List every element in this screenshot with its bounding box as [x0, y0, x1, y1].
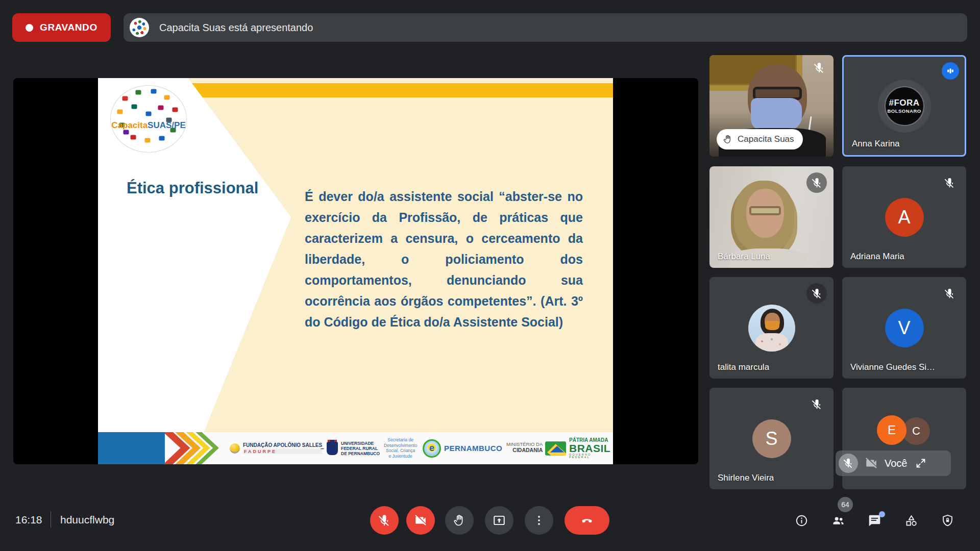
participant-name: Bárbara Luna [718, 252, 770, 262]
participant-tile-self[interactable]: C E Você [842, 388, 966, 489]
activities-icon [904, 514, 918, 528]
present-icon [493, 514, 506, 527]
self-view-controls[interactable]: Você [836, 450, 951, 476]
presenting-text: Capacita Suas está apresentando [159, 22, 313, 34]
participant-tile-vivianne-guedes[interactable]: V Vivianne Guedes Si… [842, 277, 966, 379]
camera-off-icon [865, 457, 878, 470]
person-silhouette [746, 189, 784, 238]
participant-tile-anna-karina[interactable]: #FORA BOLSONARO Anna Karina [842, 55, 966, 157]
avatar: V [885, 309, 924, 347]
divider [51, 511, 51, 528]
footer-dash: – [321, 432, 324, 464]
host-controls-button[interactable] [934, 507, 961, 534]
presenting-banner[interactable]: Capacita Suas está apresentando [124, 13, 967, 42]
participant-name: talita marcula [718, 362, 769, 372]
mute-microphone-button[interactable] [370, 506, 399, 535]
participant-name: Vivianne Guedes Si… [850, 362, 935, 372]
mic-off-icon [806, 172, 827, 193]
pernambuco-emblem-icon [423, 439, 441, 458]
recording-indicator: GRAVANDO [12, 13, 111, 42]
info-icon [795, 514, 808, 528]
participant-tile-capacita-suas[interactable]: Capacita Suas [709, 55, 834, 157]
ministerio-cidadania-logo: MINISTÉRIO DA CIDADANIA [506, 432, 543, 464]
mic-off-icon [813, 62, 825, 76]
participant-name: Anna Karina [852, 139, 900, 149]
mic-off-icon [939, 283, 960, 304]
secretaria-logo: Secretaria de Desenvolvimento Social, Cr… [384, 432, 417, 464]
avatar: S [752, 419, 791, 458]
recording-dot-icon [26, 24, 33, 32]
participant-tile-talita-marcula[interactable]: talita marcula [709, 277, 834, 379]
fadurpe-logo: FUNDAÇÃO APOLÔNIO SALLES FADURPE [230, 432, 322, 464]
hand-icon [453, 514, 466, 527]
slide-footer: FUNDAÇÃO APOLÔNIO SALLES FADURPE – UNIVE… [98, 432, 613, 464]
meeting-details-button[interactable] [788, 507, 815, 534]
brasil-flag-icon [545, 441, 566, 456]
pernambuco-logo: PERNAMBUCO [423, 432, 502, 464]
avatar: A [885, 198, 924, 237]
patria-amada-brasil-logo: PÁTRIA AMADA BRASIL GOVERNO FEDERAL [545, 432, 613, 464]
participant-name: Capacita Suas [738, 134, 794, 144]
mic-off-icon [939, 172, 960, 193]
avatar [748, 305, 795, 352]
mic-off-icon [806, 394, 827, 414]
slide: CapacitaSUAS/PE Ética profissional É dev… [98, 78, 613, 464]
chat-button[interactable] [861, 507, 888, 534]
control-bar: 16:18 hduucflwbg 64 [0, 490, 980, 551]
hang-up-icon [580, 514, 594, 527]
hand-icon [723, 134, 733, 144]
leave-call-button[interactable] [565, 506, 609, 535]
self-label: Você [885, 458, 907, 469]
activities-button[interactable] [898, 507, 924, 534]
slide-body-text: É dever do/a assistente social “abster-s… [305, 186, 583, 333]
raise-hand-button[interactable] [445, 506, 474, 535]
avatar-e: E [877, 415, 906, 445]
clock-time: 16:18 [15, 514, 42, 526]
presentation-tile[interactable]: CapacitaSUAS/PE Ética profissional É dev… [13, 78, 698, 464]
avatar: #FORA BOLSONARO [885, 86, 924, 126]
chat-notification-dot [879, 511, 885, 517]
meeting-code: hduucflwbg [60, 514, 114, 526]
mic-off-icon [378, 514, 391, 527]
presenter-avatar [130, 18, 149, 37]
participant-tile-barbara-luna[interactable]: Bárbara Luna [709, 166, 834, 268]
avatar-c: C [902, 417, 930, 445]
capacitasuas-logo: CapacitaSUAS/PE [110, 85, 187, 153]
avatar-ring: #FORA BOLSONARO [878, 80, 931, 133]
footer-chevrons-icon [165, 432, 220, 464]
present-screen-button[interactable] [485, 506, 513, 535]
slide-title: Ética profissional [127, 179, 258, 197]
participant-name: Shirlene Vieira [718, 473, 774, 483]
three-dots-icon [532, 514, 546, 527]
more-options-button[interactable] [525, 506, 553, 535]
mic-off-icon [839, 454, 858, 473]
people-icon [831, 514, 845, 528]
participant-tile-adriana-maria[interactable]: A Adriana Maria [842, 166, 966, 268]
fadurpe-ball-icon [230, 443, 240, 454]
mic-off-icon [806, 283, 827, 304]
participant-tile-shirlene-vieira[interactable]: S Shirlene Vieira [709, 388, 834, 489]
participant-count-badge: 64 [838, 497, 853, 512]
expand-icon[interactable] [915, 457, 927, 469]
ufrpe-crest-icon [327, 442, 338, 455]
meet-app: GRAVANDO Capacita Suas está apresentando… [0, 0, 980, 551]
capacitasuas-logo-text: CapacitaSUAS/PE [111, 120, 186, 131]
camera-off-icon [414, 514, 427, 527]
speaking-indicator-icon [942, 62, 959, 80]
raised-hand-badge: Capacita Suas [717, 129, 803, 149]
shield-lock-icon [941, 514, 954, 528]
footer-blue-band [98, 432, 165, 464]
recording-label: GRAVANDO [40, 22, 97, 33]
ufrpe-logo: UNIVERSIDADE FEDERAL RURAL DE PERNAMBUCO [327, 432, 380, 464]
camera-toggle-button[interactable] [406, 506, 435, 535]
flags-ring-icon [146, 111, 152, 116]
person-silhouette [748, 64, 807, 130]
participant-name: Adriana Maria [850, 252, 904, 262]
